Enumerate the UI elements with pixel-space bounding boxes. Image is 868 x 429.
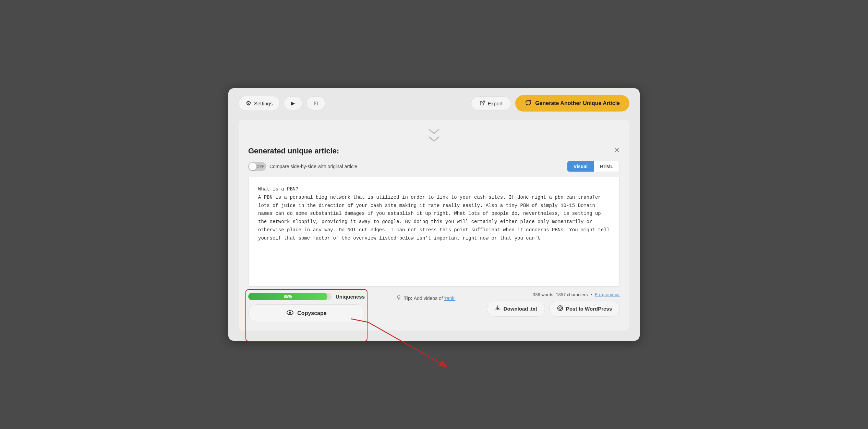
red-arrow — [348, 315, 457, 370]
bottom-left: 95% Uniqueness Copyscape — [248, 292, 365, 322]
wordpress-icon — [557, 305, 563, 312]
article-text: What is a PBN? A PBN is a personal blog … — [258, 185, 610, 243]
stats-row: 336 words, 1857 characters • Fix grammar — [533, 292, 620, 297]
chevron-area — [248, 128, 620, 142]
fix-grammar-link[interactable]: Fix grammar — [595, 292, 620, 297]
view-visual-button[interactable]: Visual — [567, 161, 594, 172]
svg-point-5 — [559, 307, 562, 310]
controls-row: OFF Compare side-by-side with original a… — [248, 161, 620, 172]
progress-bar-fill: 95% — [248, 293, 327, 300]
stats-separator: • — [590, 292, 592, 297]
chevron-icon — [428, 128, 440, 142]
generate-icon — [525, 99, 532, 107]
bottom-right: 336 words, 1857 characters • Fix grammar… — [487, 292, 620, 317]
image-icon: ⊡ — [314, 100, 318, 106]
toolbar: ⚙ Settings ▶ ⊡ Export — [239, 95, 629, 112]
compare-toggle[interactable]: OFF — [248, 162, 266, 171]
post-label: Post to WordPress — [566, 306, 612, 312]
compare-toggle-group: OFF Compare side-by-side with original a… — [248, 162, 357, 171]
image-button[interactable]: ⊡ — [306, 96, 325, 110]
word-count: 336 words, 1857 characters — [533, 292, 588, 297]
video-icon: ▶ — [291, 100, 295, 106]
copyscape-button[interactable]: Copyscape — [248, 304, 365, 322]
main-container: ⚙ Settings ▶ ⊡ Export — [228, 88, 640, 341]
generate-button[interactable]: Generate Another Unique Article — [515, 95, 629, 112]
settings-icon: ⚙ — [246, 100, 251, 107]
tip-bold: Tip: — [403, 295, 412, 301]
bottom-center-tip: Tip: Add videos of 'rank' — [370, 292, 481, 301]
tip-text: Add videos of — [414, 295, 443, 301]
download-label: Download .txt — [504, 306, 537, 312]
action-buttons: Download .txt Post to WordPress — [487, 301, 620, 317]
compare-label: Compare side-by-side with original artic… — [269, 164, 357, 169]
uniqueness-row: 95% Uniqueness — [248, 292, 365, 301]
svg-point-3 — [397, 295, 400, 298]
svg-point-1 — [289, 312, 291, 314]
lightbulb-icon — [396, 295, 401, 301]
export-label: Export — [488, 101, 503, 106]
article-text-container[interactable]: What is a PBN? A PBN is a personal blog … — [248, 177, 620, 287]
copyscape-label: Copyscape — [297, 310, 326, 316]
view-toggle: Visual HTML — [567, 161, 620, 172]
download-button[interactable]: Download .txt — [487, 301, 545, 317]
export-button[interactable]: Export — [471, 96, 511, 111]
toggle-knob — [249, 163, 256, 170]
tip-link[interactable]: 'rank' — [444, 295, 456, 301]
article-title: Generated unique article: — [248, 147, 339, 155]
close-button[interactable]: ✕ — [614, 147, 620, 154]
toggle-off-label: OFF — [257, 164, 264, 169]
view-html-button[interactable]: HTML — [594, 161, 619, 172]
uniqueness-percentage: 95% — [284, 294, 292, 299]
download-icon — [495, 305, 501, 312]
progress-bar-container: 95% — [248, 293, 331, 300]
settings-button[interactable]: ⚙ Settings — [239, 96, 280, 111]
post-wordpress-button[interactable]: Post to WordPress — [549, 301, 620, 317]
generate-label: Generate Another Unique Article — [535, 100, 620, 106]
settings-label: Settings — [254, 101, 273, 106]
export-icon — [480, 100, 485, 107]
uniqueness-label: Uniqueness — [336, 294, 365, 300]
header-row: Generated unique article: ✕ — [248, 147, 620, 155]
bottom-bar: 95% Uniqueness Copyscape — [248, 292, 620, 322]
video-button[interactable]: ▶ — [284, 96, 302, 110]
content-area: Generated unique article: ✕ OFF Compare … — [239, 120, 629, 331]
eye-icon — [286, 309, 294, 318]
